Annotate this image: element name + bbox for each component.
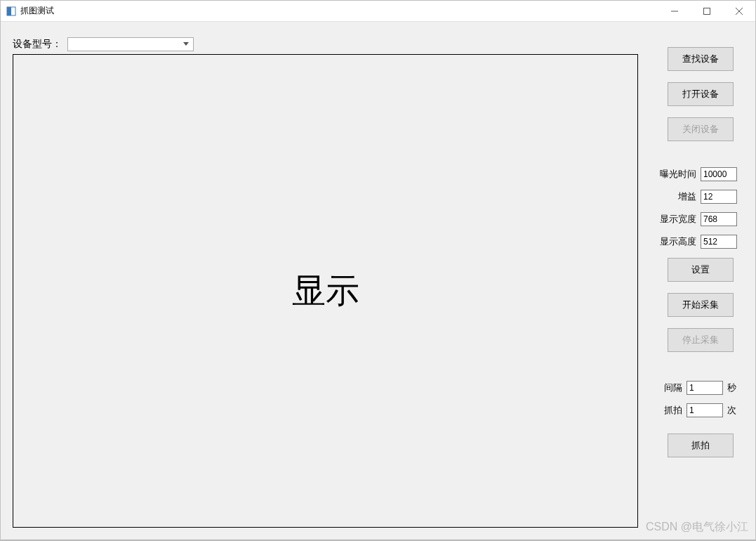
exposure-row: 曝光时间 [656,167,745,182]
close-device-button[interactable]: 关闭设备 [668,117,734,141]
minimize-button[interactable] [658,1,691,22]
param-group: 曝光时间 增益 显示宽度 显示高度 [656,167,745,249]
display-width-row: 显示宽度 [656,211,745,227]
side-panel: 查找设备 打开设备 关闭设备 曝光时间 增益 显示宽度 显示高度 [656,47,745,469]
snap-count-row: 抓拍 次 [656,403,745,418]
snap-count-unit: 次 [727,404,736,417]
snap-count-label: 抓拍 [656,404,687,417]
window-controls [658,1,755,22]
snap-button-row: 抓拍 [656,434,745,457]
client-area: 设备型号： 显示 查找设备 打开设备 关闭设备 曝光时间 增益 [1,22,755,540]
window-title: 抓图测试 [20,5,54,17]
snap-count-input[interactable] [687,403,723,417]
stop-acquisition-button[interactable]: 停止采集 [668,328,734,352]
bottom-separator [1,540,755,540]
svg-rect-3 [704,8,710,15]
device-model-combobox[interactable] [67,37,194,51]
display-height-row: 显示高度 [656,234,745,249]
display-height-label: 显示高度 [656,235,701,248]
start-acquisition-button[interactable]: 开始采集 [668,293,734,317]
exposure-input[interactable] [701,167,737,181]
display-height-input[interactable] [701,235,737,249]
app-icon [6,6,16,16]
display-width-input[interactable] [701,212,737,226]
set-button[interactable]: 设置 [668,258,734,282]
snap-group: 间隔 秒 抓拍 次 抓拍 [656,380,745,457]
exposure-label: 曝光时间 [656,168,701,181]
interval-row: 间隔 秒 [656,380,745,396]
gain-input[interactable] [701,190,737,204]
display-placeholder-text: 显示 [292,268,359,313]
device-row: 设备型号： [13,37,194,51]
interval-input[interactable] [687,381,723,395]
close-button[interactable] [723,1,755,22]
find-device-button[interactable]: 查找设备 [668,47,734,71]
device-model-label: 设备型号： [13,38,62,51]
display-width-label: 显示宽度 [656,213,701,226]
display-area: 显示 [13,54,638,528]
app-window: 抓图测试 设备型号： 显示 查找设备 打开设备 关闭设备 [0,0,756,541]
titlebar: 抓图测试 [1,1,755,22]
interval-label: 间隔 [656,382,687,394]
interval-unit: 秒 [727,382,736,394]
open-device-button[interactable]: 打开设备 [668,82,734,106]
maximize-button[interactable] [691,1,723,22]
gain-label: 增益 [656,190,701,203]
snap-button[interactable]: 抓拍 [668,434,734,457]
acq-button-group: 设置 开始采集 停止采集 [656,258,745,352]
svg-rect-1 [7,7,11,15]
gain-row: 增益 [656,189,745,204]
